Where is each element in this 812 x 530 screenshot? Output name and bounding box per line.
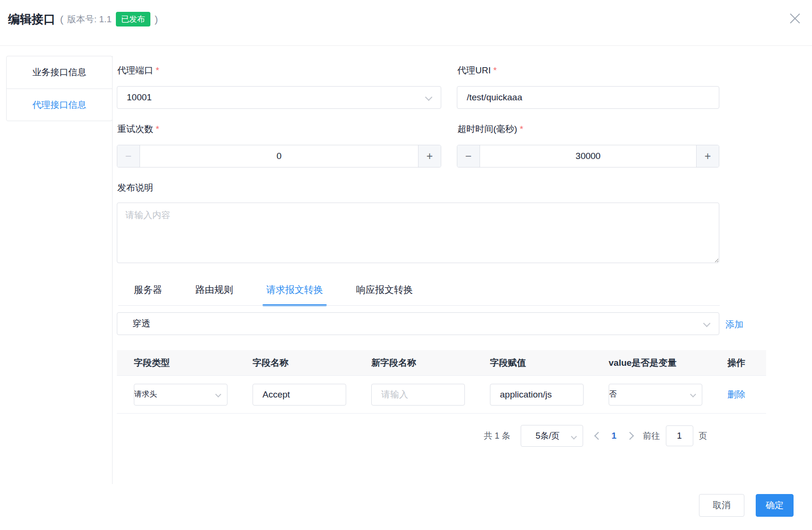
page-unit-label: 页	[699, 430, 707, 442]
col-action: 操作	[710, 357, 766, 369]
retry-count-input[interactable]	[140, 145, 418, 167]
page-size-value: 5条/页	[536, 430, 560, 442]
publish-note-label: 发布说明	[117, 182, 153, 194]
tabs-baseline	[118, 305, 720, 306]
edit-api-dialog: 编辑接口 ( 版本号: 1.1 已发布 ) 业务接口信息 代理接口信息 代理端口…	[0, 0, 812, 530]
decrease-icon[interactable]	[457, 145, 480, 167]
transform-mode-select[interactable]: 穿透	[117, 312, 719, 335]
chevron-down-icon	[215, 391, 221, 398]
proxy-port-value: 10001	[117, 92, 152, 103]
proxy-uri-field	[457, 86, 719, 109]
cancel-button[interactable]: 取消	[699, 494, 744, 517]
new-field-name-input[interactable]	[372, 389, 497, 400]
publish-note-textarea[interactable]	[117, 203, 719, 263]
new-field-name-field	[371, 384, 465, 406]
chevron-down-icon	[703, 320, 711, 327]
col-is-variable: value是否是变量	[592, 357, 710, 369]
field-name-field	[253, 384, 346, 406]
pagination-total: 共 1 条	[484, 430, 510, 442]
goto-label: 前往	[643, 430, 660, 442]
chevron-down-icon	[425, 94, 433, 101]
page-size-select[interactable]: 5条/页	[521, 425, 583, 447]
pagination: 共 1 条 5条/页 1 前往 页	[484, 425, 707, 447]
transform-mode-value: 穿透	[117, 318, 150, 330]
timeout-input[interactable]	[480, 145, 696, 167]
col-new-field-name: 新字段名称	[354, 357, 473, 369]
timeout-label: 超时时间(毫秒)	[457, 123, 523, 135]
chevron-down-icon	[690, 391, 696, 398]
paren-close: )	[155, 14, 158, 25]
close-icon[interactable]	[789, 12, 801, 25]
prev-page-icon[interactable]	[594, 432, 602, 440]
proxy-port-select[interactable]: 10001	[117, 86, 441, 109]
delete-row-link[interactable]: 删除	[727, 389, 745, 399]
increase-icon[interactable]	[696, 145, 719, 167]
version-label: 版本号: 1.1	[67, 13, 112, 26]
col-field-type: 字段类型	[117, 357, 236, 369]
sidebar-item-business-api[interactable]: 业务接口信息	[7, 56, 112, 88]
current-page[interactable]: 1	[610, 431, 619, 441]
is-variable-select[interactable]: 否	[609, 384, 702, 406]
is-variable-value: 否	[609, 389, 617, 399]
retry-count-label: 重试次数	[117, 123, 159, 135]
retry-count-stepper	[117, 145, 441, 168]
proxy-uri-label: 代理URI	[457, 64, 497, 77]
proxy-port-label: 代理端口	[117, 64, 159, 77]
table-header-row: 字段类型 字段名称 新字段名称 字段赋值 value是否是变量 操作	[117, 350, 766, 376]
field-type-select[interactable]: 请求头	[134, 384, 227, 406]
decrease-icon[interactable]	[117, 145, 140, 167]
sidebar-divider	[112, 56, 113, 484]
transform-tabs: 服务器 路由规则 请求报文转换 响应报文转换	[134, 283, 413, 306]
goto-page-input[interactable]	[666, 425, 693, 446]
field-type-value: 请求头	[134, 389, 157, 399]
next-page-icon[interactable]	[626, 432, 634, 440]
tab-response-transform[interactable]: 响应报文转换	[356, 283, 413, 306]
field-value-input[interactable]	[490, 389, 616, 400]
status-badge: 已发布	[116, 12, 150, 26]
dialog-title: 编辑接口	[8, 11, 55, 27]
tab-route-rules[interactable]: 路由规则	[195, 283, 233, 306]
transform-table: 字段类型 字段名称 新字段名称 字段赋值 value是否是变量 操作 请求头	[117, 350, 766, 414]
timeout-stepper	[457, 145, 719, 168]
sidebar-tabs: 业务接口信息 代理接口信息	[6, 56, 113, 121]
table-row: 请求头 否	[117, 376, 766, 414]
proxy-uri-input[interactable]	[457, 92, 719, 103]
chevron-down-icon	[571, 433, 577, 440]
add-row-link[interactable]: 添加	[725, 318, 743, 331]
sidebar-item-proxy-api[interactable]: 代理接口信息	[7, 88, 112, 121]
col-field-name: 字段名称	[236, 357, 354, 369]
tab-request-transform[interactable]: 请求报文转换	[266, 283, 323, 306]
paren-open: (	[60, 14, 63, 25]
col-field-value: 字段赋值	[473, 357, 592, 369]
field-value-field	[490, 384, 584, 406]
increase-icon[interactable]	[418, 145, 441, 167]
version-info: ( 版本号: 1.1 已发布 )	[60, 12, 158, 26]
confirm-button[interactable]: 确定	[756, 494, 794, 517]
field-name-input[interactable]	[253, 389, 378, 400]
tab-server[interactable]: 服务器	[134, 283, 162, 306]
dialog-header: 编辑接口 ( 版本号: 1.1 已发布 )	[8, 11, 158, 27]
header-divider	[0, 45, 812, 46]
